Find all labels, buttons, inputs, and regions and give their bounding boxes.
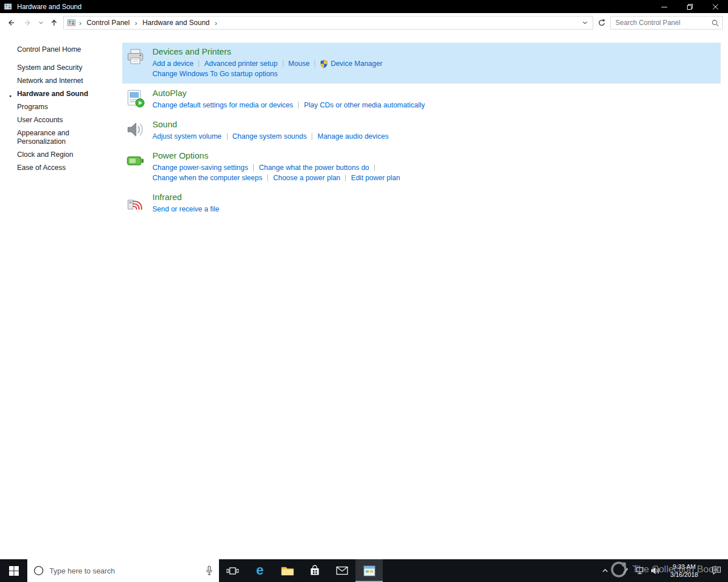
tray-icons (598, 559, 662, 582)
breadcrumb-chevron-icon[interactable]: › (214, 19, 218, 27)
section-body: Power OptionsChange power-saving setting… (152, 149, 400, 183)
taskbar-search-input[interactable] (49, 567, 200, 575)
tray-pen-icon[interactable] (619, 559, 632, 582)
breadcrumb-hardware-and-sound[interactable]: Hardware and Sound (139, 19, 212, 27)
tray-hidden-icons-chevron-icon[interactable] (598, 559, 612, 582)
breadcrumb-control-panel[interactable]: Control Panel (84, 19, 133, 27)
tray-volume-icon[interactable] (648, 559, 662, 582)
power-icon[interactable] (126, 151, 145, 171)
taskbar-app-control-panel[interactable] (355, 559, 383, 582)
refresh-button[interactable] (595, 16, 609, 30)
search-input[interactable] (615, 19, 712, 27)
hidden-icons-chevron-icon (602, 568, 609, 573)
clock-date: 3/16/2018 (664, 571, 704, 579)
taskbar-apps: e (219, 559, 383, 582)
control-panel-icon (363, 566, 375, 576)
network-icon (636, 567, 646, 575)
link-send-or-receive-a-file[interactable]: Send or receive a file (152, 204, 219, 214)
link-choose-a-power-plan[interactable]: Choose a power plan (273, 173, 340, 183)
forward-button[interactable] (20, 15, 35, 31)
link-row: Change when the computer sleepsChoose a … (152, 173, 400, 183)
link-separator (312, 133, 312, 140)
section-infrared: InfraredSend or receive a file (122, 188, 721, 219)
section-title-devices-and-printers[interactable]: Devices and Printers (152, 45, 382, 57)
window-title: Hardware and Sound (17, 3, 81, 11)
taskbar-clock[interactable]: 9:33 AM 3/16/2018 (664, 559, 704, 582)
link-mouse[interactable]: Mouse (288, 59, 310, 69)
sidebar-control-panel-home[interactable]: Control Panel Home (17, 45, 117, 54)
taskbar-app-microsoft-store[interactable] (301, 559, 328, 582)
sidebar-item-system-and-security[interactable]: System and Security (17, 64, 117, 72)
taskbar-app-task-view[interactable] (219, 559, 246, 582)
sidebar-item-user-accounts[interactable]: User Accounts (17, 116, 117, 124)
link-play-cds-or-other-media-automatically[interactable]: Play CDs or other media automatically (304, 100, 425, 110)
action-center-button[interactable] (704, 559, 728, 582)
link-change-system-sounds[interactable]: Change system sounds (233, 131, 307, 142)
taskbar-app-file-explorer[interactable] (274, 559, 301, 582)
section-body: SoundAdjust system volumeChange system s… (152, 118, 388, 142)
restore-button[interactable] (677, 0, 702, 13)
section-sound: SoundAdjust system volumeChange system s… (122, 115, 721, 146)
link-change-default-settings-for-media-or-devices[interactable]: Change default settings for media or dev… (152, 100, 293, 110)
sidebar-item-hardware-and-sound[interactable]: Hardware and Sound (17, 90, 117, 98)
navigation-bar: › Control Panel › Hardware and Sound › (0, 13, 728, 32)
link-separator (283, 60, 283, 67)
minimize-button[interactable] (651, 0, 677, 13)
up-button[interactable] (46, 15, 61, 31)
link-device-manager[interactable]: Device Manager (320, 59, 382, 69)
link-edit-power-plan[interactable]: Edit power plan (351, 173, 400, 183)
sound-icon[interactable] (126, 120, 145, 139)
link-separator (267, 174, 268, 181)
link-add-a-device[interactable]: Add a device (152, 59, 193, 69)
microphone-icon[interactable] (205, 566, 213, 576)
titlebar: Hardware and Sound (0, 0, 728, 13)
action-center-icon (712, 566, 721, 575)
link-separator (253, 164, 254, 171)
sidebar-item-programs[interactable]: Programs (17, 103, 117, 111)
pen-icon (622, 567, 630, 575)
close-button[interactable] (702, 0, 728, 13)
link-row: Change Windows To Go startup options (152, 69, 382, 79)
link-advanced-printer-setup[interactable]: Advanced printer setup (204, 59, 278, 69)
sidebar-item-network-and-internet[interactable]: Network and Internet (17, 77, 117, 85)
section-title-sound[interactable]: Sound (152, 118, 388, 130)
address-dropdown-icon[interactable] (580, 21, 590, 24)
link-separator (298, 102, 299, 109)
sidebar-item-appearance-and-personalization[interactable]: Appearance and Personalization (17, 129, 117, 146)
taskbar-app-microsoft-edge[interactable]: e (246, 559, 274, 582)
sidebar-item-clock-and-region[interactable]: Clock and Region (17, 151, 117, 159)
link-change-power-saving-settings[interactable]: Change power-saving settings (152, 163, 248, 173)
section-body: InfraredSend or receive a file (152, 191, 219, 214)
taskbar-app-mail[interactable] (328, 559, 355, 582)
section-title-infrared[interactable]: Infrared (152, 191, 219, 203)
link-change-when-the-computer-sleeps[interactable]: Change when the computer sleeps (152, 173, 262, 183)
printer-icon[interactable] (126, 47, 145, 66)
link-change-what-the-power-buttons-do[interactable]: Change what the power buttons do (259, 163, 369, 173)
link-change-windows-to-go-startup-options[interactable]: Change Windows To Go startup options (152, 69, 278, 79)
link-manage-audio-devices[interactable]: Manage audio devices (317, 131, 388, 142)
section-devices-and-printers: Devices and PrintersAdd a deviceAdvanced… (122, 43, 721, 84)
file-explorer-icon (281, 566, 294, 576)
breadcrumb-chevron-icon[interactable]: › (134, 19, 138, 27)
sidebar: Control Panel Home System and SecurityNe… (0, 32, 122, 559)
windows-logo-icon (9, 566, 19, 576)
link-adjust-system-volume[interactable]: Adjust system volume (152, 131, 222, 142)
sidebar-item-ease-of-access[interactable]: Ease of Access (17, 164, 117, 172)
section-title-autoplay[interactable]: AutoPlay (152, 87, 425, 99)
recent-locations-dropdown-icon[interactable] (37, 15, 44, 31)
window-body: Control Panel Home System and SecurityNe… (0, 32, 728, 559)
section-body: Devices and PrintersAdd a deviceAdvanced… (152, 45, 382, 79)
section-autoplay: AutoPlayChange default settings for medi… (122, 84, 721, 115)
search-icon[interactable] (712, 19, 719, 27)
sidebar-items: System and SecurityNetwork and InternetH… (17, 64, 117, 172)
tray-network-icon[interactable] (634, 559, 647, 582)
address-bar[interactable]: › Control Panel › Hardware and Sound › (63, 16, 593, 30)
section-title-power-options[interactable]: Power Options (152, 149, 400, 161)
back-button[interactable] (3, 15, 18, 31)
breadcrumb-chevron-icon[interactable]: › (78, 19, 82, 27)
link-row: Change power-saving settingsChange what … (152, 163, 400, 173)
search-box (610, 16, 723, 30)
autoplay-icon[interactable] (126, 89, 145, 108)
infrared-icon[interactable] (126, 193, 145, 212)
start-button[interactable] (0, 559, 27, 582)
